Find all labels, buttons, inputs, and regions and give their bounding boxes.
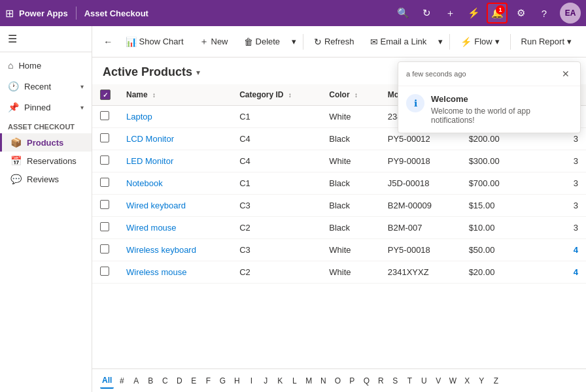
alpha-btn-i[interactable]: I bbox=[245, 373, 258, 389]
refresh-button[interactable]: ↻ Refresh bbox=[307, 34, 361, 50]
table-row[interactable]: Wired keyboard C3 Black B2M-00009 $15.00… bbox=[92, 195, 586, 217]
settings-icon-btn[interactable]: ⚙ bbox=[510, 3, 531, 24]
sidebar-item-products-label: Products bbox=[27, 138, 63, 148]
table-row[interactable]: Wireless keyboard C3 White PY5-00018 $50… bbox=[92, 239, 586, 261]
email-link-button[interactable]: ✉ Email a Link bbox=[364, 34, 434, 50]
back-button[interactable]: ← bbox=[100, 33, 116, 51]
refresh-icon-btn[interactable]: ↻ bbox=[416, 3, 437, 24]
notif-message: Welcome to the world of app notification… bbox=[431, 106, 572, 125]
notification-popup: a few seconds ago ✕ ℹ Welcome Welcome to… bbox=[398, 61, 581, 133]
row-checkbox[interactable] bbox=[92, 261, 118, 284]
reservations-icon: 📅 bbox=[10, 155, 22, 166]
toolbar-sep-3 bbox=[510, 34, 511, 50]
alpha-btn-w[interactable]: W bbox=[446, 373, 459, 389]
alpha-btn-f[interactable]: F bbox=[201, 373, 215, 389]
table-row[interactable]: LED Monitor C4 White PY9-00018 $300.00 3 bbox=[92, 150, 586, 172]
pinned-chevron-icon: ▾ bbox=[80, 104, 84, 111]
table-row[interactable]: Wireless mouse C2 White 2341XYXZ $20.00 … bbox=[92, 261, 586, 284]
alpha-btn-z[interactable]: Z bbox=[489, 373, 502, 389]
topbar: ⊞ Power Apps Asset Checkout 🔍 ↻ ＋ ⚡ 🔔 1 … bbox=[0, 0, 586, 26]
alpha-btn-n[interactable]: N bbox=[317, 373, 330, 389]
alpha-btn-x[interactable]: X bbox=[460, 373, 474, 389]
row-name[interactable]: Wired mouse bbox=[118, 217, 232, 239]
avatar[interactable]: EA bbox=[560, 3, 581, 24]
row-name[interactable]: LCD Monitor bbox=[118, 128, 232, 150]
alpha-btn-r[interactable]: R bbox=[374, 373, 387, 389]
sidebar-top: ☰ bbox=[0, 26, 92, 52]
alpha-btn-l[interactable]: L bbox=[288, 373, 301, 389]
alpha-btn-b[interactable]: B bbox=[144, 373, 157, 389]
alpha-btn-g[interactable]: G bbox=[216, 373, 229, 389]
alpha-btn-c[interactable]: C bbox=[158, 373, 171, 389]
row-checkbox[interactable] bbox=[92, 150, 118, 172]
alpha-btn-v[interactable]: V bbox=[432, 373, 445, 389]
sidebar-item-recent-label: Recent bbox=[24, 82, 51, 91]
row-checkbox[interactable] bbox=[92, 217, 118, 239]
alpha-btn-all[interactable]: All bbox=[100, 373, 114, 389]
run-report-button[interactable]: Run Report ▾ bbox=[515, 34, 578, 49]
email-chevron[interactable]: ▾ bbox=[436, 34, 445, 49]
row-checkbox[interactable] bbox=[92, 106, 118, 128]
alpha-btn-h[interactable]: H bbox=[230, 373, 243, 389]
title-chevron-icon[interactable]: ▾ bbox=[196, 68, 200, 77]
row-name[interactable]: Wireless keyboard bbox=[118, 239, 232, 261]
sidebar-item-pinned[interactable]: 📌 Pinned ▾ bbox=[0, 97, 92, 118]
alpha-btn-d[interactable]: D bbox=[173, 373, 186, 389]
flow-button[interactable]: ⚡ Flow ▾ bbox=[454, 34, 506, 50]
alpha-btn-t[interactable]: T bbox=[403, 373, 416, 389]
row-color: Black bbox=[321, 172, 380, 195]
name-column-header[interactable]: Name ↕ bbox=[118, 84, 232, 106]
notif-body: ℹ Welcome Welcome to the world of app no… bbox=[398, 86, 580, 133]
topbar-page-name: Asset Checkout bbox=[84, 8, 392, 18]
hamburger-icon[interactable]: ☰ bbox=[8, 33, 17, 45]
select-all-header[interactable]: ✓ bbox=[92, 84, 118, 106]
add-icon-btn[interactable]: ＋ bbox=[439, 3, 460, 24]
row-model: 2341XYXZ bbox=[380, 261, 461, 284]
refresh-icon: ↻ bbox=[314, 37, 322, 47]
sidebar-item-recent[interactable]: 🕐 Recent ▾ bbox=[0, 76, 92, 97]
row-checkbox[interactable] bbox=[92, 172, 118, 195]
sidebar-item-reviews[interactable]: 💬 Reviews bbox=[0, 170, 92, 188]
row-name[interactable]: Wireless mouse bbox=[118, 261, 232, 284]
category-column-header[interactable]: Category ID ↕ bbox=[232, 84, 321, 106]
sidebar-nav: ⌂ Home 🕐 Recent ▾ 📌 Pinned ▾ Asset Check… bbox=[0, 52, 92, 191]
alpha-btn-y[interactable]: Y bbox=[475, 373, 488, 389]
alpha-btn-m[interactable]: M bbox=[302, 373, 315, 389]
alpha-btn-p[interactable]: P bbox=[345, 373, 358, 389]
new-button[interactable]: ＋ New bbox=[193, 33, 235, 50]
row-checkbox[interactable] bbox=[92, 195, 118, 217]
search-icon-btn[interactable]: 🔍 bbox=[392, 3, 413, 24]
help-icon-btn[interactable]: ? bbox=[534, 3, 555, 24]
row-name[interactable]: Notebook bbox=[118, 172, 232, 195]
alpha-btn-a[interactable]: A bbox=[129, 373, 143, 389]
alpha-btn-u[interactable]: U bbox=[417, 373, 430, 389]
alpha-btn-k[interactable]: K bbox=[273, 373, 286, 389]
sidebar-item-reservations[interactable]: 📅 Reservations bbox=[0, 152, 92, 170]
row-checkbox[interactable] bbox=[92, 239, 118, 261]
row-name[interactable]: Laptop bbox=[118, 106, 232, 128]
toolbar-sep-2 bbox=[449, 34, 450, 50]
row-rating: 3 bbox=[523, 172, 587, 195]
notification-close-button[interactable]: ✕ bbox=[559, 67, 572, 80]
color-column-header[interactable]: Color ↕ bbox=[321, 84, 380, 106]
table-row[interactable]: Notebook C1 Black J5D-00018 $700.00 3 bbox=[92, 172, 586, 195]
alpha-btn-q[interactable]: Q bbox=[360, 373, 373, 389]
bell-icon-btn[interactable]: 🔔 1 bbox=[487, 3, 508, 24]
alpha-btn-s[interactable]: S bbox=[388, 373, 402, 389]
alpha-btn-#[interactable]: # bbox=[115, 373, 128, 389]
row-name[interactable]: LED Monitor bbox=[118, 150, 232, 172]
delete-chevron[interactable]: ▾ bbox=[289, 34, 299, 49]
show-chart-button[interactable]: 📊 Show Chart bbox=[119, 34, 190, 50]
pinned-icon: 📌 bbox=[8, 102, 19, 112]
table-row[interactable]: Wired mouse C2 Black B2M-007 $10.00 3 bbox=[92, 217, 586, 239]
row-checkbox[interactable] bbox=[92, 128, 118, 150]
alpha-btn-j[interactable]: J bbox=[259, 373, 272, 389]
row-name[interactable]: Wired keyboard bbox=[118, 195, 232, 217]
alpha-btn-e[interactable]: E bbox=[187, 373, 200, 389]
sidebar-item-home[interactable]: ⌂ Home bbox=[0, 55, 92, 76]
filter-icon-btn[interactable]: ⚡ bbox=[463, 3, 484, 24]
grid-icon[interactable]: ⊞ bbox=[5, 7, 14, 20]
sidebar-item-products[interactable]: 📦 Products bbox=[0, 133, 92, 152]
delete-button[interactable]: 🗑 Delete bbox=[237, 34, 287, 50]
alpha-btn-o[interactable]: O bbox=[331, 373, 344, 389]
